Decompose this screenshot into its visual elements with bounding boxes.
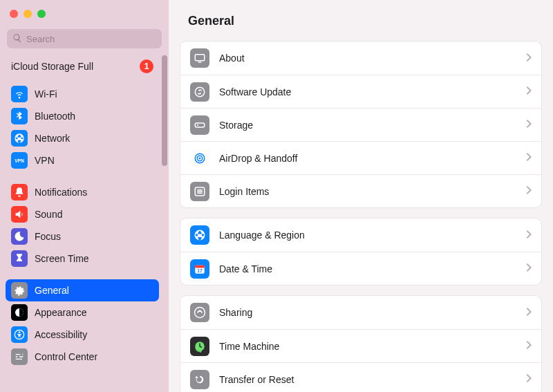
storage-icon xyxy=(190,115,209,135)
airdrop-icon xyxy=(190,149,209,168)
sidebar-item-label: Focus xyxy=(35,231,61,242)
search-icon xyxy=(12,33,22,45)
sidebar-scroll: iCloud Storage Full 1 Wi-Fi Bluetooth Ne… xyxy=(0,55,169,392)
minimize-window-button[interactable] xyxy=(24,10,32,18)
close-window-button[interactable] xyxy=(10,10,18,18)
speaker-icon xyxy=(11,206,28,223)
notice-label: iCloud Storage Full xyxy=(11,61,93,72)
scrollbar-thumb[interactable] xyxy=(162,55,167,166)
sidebar-item-label: Appearance xyxy=(35,307,87,318)
sidebar-item-label: Sound xyxy=(35,209,62,220)
chevron-right-icon xyxy=(526,263,532,274)
list-icon xyxy=(190,182,209,201)
reset-icon xyxy=(190,370,209,389)
sidebar-item-appearance[interactable]: Appearance xyxy=(6,301,159,324)
system-settings-window: iCloud Storage Full 1 Wi-Fi Bluetooth Ne… xyxy=(0,0,553,392)
settings-row-airdrop-handoff[interactable]: AirDrop & Handoff xyxy=(180,141,541,174)
chevron-right-icon xyxy=(526,308,532,318)
search-input[interactable] xyxy=(26,34,156,44)
notice-badge: 1 xyxy=(140,59,153,73)
chevron-right-icon xyxy=(526,374,532,384)
settings-row-login-items[interactable]: Login Items xyxy=(180,174,541,207)
sidebar-item-label: Wi-Fi xyxy=(35,88,57,100)
sidebar-item-bluetooth[interactable]: Bluetooth xyxy=(6,105,159,127)
sidebar-item-network[interactable]: Network xyxy=(6,127,159,149)
settings-row-storage[interactable]: Storage xyxy=(180,108,541,141)
sidebar-item-label: Notifications xyxy=(35,187,87,198)
sidebar-item-wi-fi[interactable]: Wi-Fi xyxy=(6,83,159,105)
gear-icon xyxy=(11,282,28,299)
bluetooth-icon xyxy=(11,108,28,124)
settings-row-label: Date & Time xyxy=(219,263,516,274)
chevron-right-icon xyxy=(526,153,532,163)
chevron-right-icon xyxy=(526,86,532,97)
sidebar-item-label: Bluetooth xyxy=(35,111,75,122)
sidebar: iCloud Storage Full 1 Wi-Fi Bluetooth Ne… xyxy=(0,0,169,392)
zoom-window-button[interactable] xyxy=(37,10,46,18)
settings-row-label: Software Update xyxy=(219,86,516,97)
bell-icon xyxy=(11,184,28,200)
sidebar-item-focus[interactable]: Focus xyxy=(6,225,159,248)
vpn-icon xyxy=(11,152,28,169)
sidebar-item-control-center[interactable]: Control Center xyxy=(6,346,159,368)
sliders-icon xyxy=(11,348,28,365)
settings-row-transfer-or-reset[interactable]: Transfer or Reset xyxy=(180,362,541,392)
about-icon xyxy=(190,48,209,68)
moon-icon xyxy=(11,228,28,245)
sidebar-item-label: Accessibility xyxy=(35,329,87,340)
settings-row-label: Language & Region xyxy=(219,230,516,241)
content-pane: General About Software Update Storage Ai… xyxy=(169,0,553,392)
chevron-right-icon xyxy=(526,186,532,196)
chevron-right-icon xyxy=(526,230,532,241)
update-icon xyxy=(190,82,209,102)
accessibility-icon xyxy=(11,326,28,343)
settings-row-label: Transfer or Reset xyxy=(219,374,516,385)
settings-row-label: Login Items xyxy=(219,186,516,197)
settings-row-label: Storage xyxy=(219,120,516,131)
chevron-right-icon xyxy=(526,341,532,351)
sidebar-item-label: General xyxy=(35,285,69,296)
settings-row-about[interactable]: About xyxy=(180,41,541,75)
share-icon xyxy=(190,303,209,322)
search-container xyxy=(0,18,169,55)
sidebar-item-label: Screen Time xyxy=(35,253,89,264)
calendar-icon xyxy=(190,259,209,279)
sidebar-item-sound[interactable]: Sound xyxy=(6,203,159,225)
sidebar-item-label: VPN xyxy=(35,155,55,166)
settings-row-label: AirDrop & Handoff xyxy=(219,153,516,164)
settings-row-sharing[interactable]: Sharing xyxy=(180,296,541,329)
settings-row-label: Sharing xyxy=(219,307,516,318)
settings-row-date-time[interactable]: Date & Time xyxy=(180,252,541,285)
sidebar-item-vpn[interactable]: VPN xyxy=(6,149,159,171)
sidebar-item-screen-time[interactable]: Screen Time xyxy=(6,248,159,270)
clock-icon xyxy=(190,337,209,356)
settings-row-label: Time Machine xyxy=(219,341,516,352)
wifi-icon xyxy=(11,86,28,102)
sidebar-item-accessibility[interactable]: Accessibility xyxy=(6,324,159,346)
sidebar-item-notifications[interactable]: Notifications xyxy=(6,181,159,203)
globe-icon xyxy=(190,225,209,245)
chevron-right-icon xyxy=(526,120,532,130)
settings-row-language-region[interactable]: Language & Region xyxy=(180,218,541,252)
search-field[interactable] xyxy=(7,29,162,48)
settings-row-label: About xyxy=(219,53,516,64)
appearance-icon xyxy=(11,304,28,321)
chevron-right-icon xyxy=(526,53,532,64)
settings-row-software-update[interactable]: Software Update xyxy=(180,75,541,108)
sidebar-item-label: Network xyxy=(35,133,70,144)
icloud-storage-notice[interactable]: iCloud Storage Full 1 xyxy=(6,55,159,83)
page-title: General xyxy=(169,0,553,37)
sidebar-item-label: Control Center xyxy=(35,351,97,362)
globe-icon xyxy=(11,130,28,147)
hourglass-icon xyxy=(11,250,28,267)
window-controls xyxy=(0,0,169,18)
sidebar-item-general[interactable]: General xyxy=(6,279,159,301)
settings-row-time-machine[interactable]: Time Machine xyxy=(180,329,541,362)
